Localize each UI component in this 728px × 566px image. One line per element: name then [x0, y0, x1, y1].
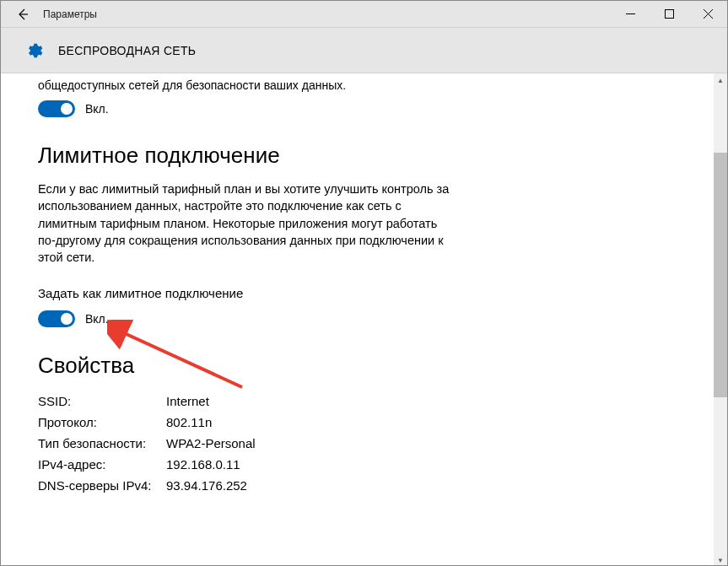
prop-label: DNS-серверы IPv4: [38, 478, 166, 493]
arrow-left-icon [16, 8, 30, 21]
maximize-button[interactable] [650, 1, 688, 27]
minimize-icon [626, 9, 635, 19]
table-row: IPv4-адрес: 192.168.0.11 [38, 454, 456, 475]
gear-icon [24, 41, 43, 60]
partial-text: общедоступных сетей для безопасности ваш… [38, 78, 456, 92]
prop-label: Протокол: [38, 415, 166, 429]
prop-value: Internet [166, 394, 209, 408]
prop-label: Тип безопасности: [38, 436, 166, 450]
scroll-up-arrow[interactable]: ▲ [714, 73, 727, 87]
scrollbar-track[interactable]: ▲ ▼ [714, 73, 727, 566]
prop-value: WPA2-Personal [166, 436, 256, 450]
back-button[interactable] [6, 1, 40, 28]
section-heading-properties: Свойства [38, 353, 456, 379]
metered-description: Если у вас лимитный тарифный план и вы х… [38, 181, 456, 266]
prop-label: SSID: [38, 394, 166, 408]
section-heading-metered: Лимитное подключение [38, 143, 456, 169]
window-title: Параметры [43, 8, 97, 20]
toggle-row-public-network: Вкл. [38, 100, 456, 117]
prop-value: 802.11n [166, 415, 212, 429]
table-row: SSID: Internet [38, 391, 456, 412]
scroll-down-arrow[interactable]: ▼ [714, 553, 727, 566]
prop-label: IPv4-адрес: [38, 457, 166, 472]
metered-sub-label: Задать как лимитное подключение [38, 286, 456, 300]
svg-rect-0 [665, 10, 673, 19]
page-header: БЕСПРОВОДНАЯ СЕТЬ [1, 28, 727, 73]
toggle-label: Вкл. [85, 312, 109, 326]
scrollbar-thumb[interactable] [714, 153, 727, 397]
maximize-icon [665, 9, 674, 19]
window-controls [611, 1, 727, 27]
toggle-public-network[interactable] [38, 100, 75, 117]
toggle-metered[interactable] [38, 310, 75, 327]
table-row: Тип безопасности: WPA2-Personal [38, 433, 456, 454]
minimize-button[interactable] [611, 1, 650, 27]
table-row: DNS-серверы IPv4: 93.94.176.252 [38, 475, 456, 496]
close-icon [704, 9, 713, 19]
toggle-row-metered: Вкл. [38, 310, 456, 327]
page-title: БЕСПРОВОДНАЯ СЕТЬ [58, 44, 196, 57]
titlebar: Параметры [1, 1, 727, 28]
close-button[interactable] [688, 1, 727, 27]
content-area: общедоступных сетей для безопасности ваш… [1, 73, 473, 504]
prop-value: 192.168.0.11 [166, 457, 240, 472]
properties-table: SSID: Internet Протокол: 802.11n Тип без… [38, 391, 456, 496]
toggle-label: Вкл. [85, 102, 109, 116]
table-row: Протокол: 802.11n [38, 412, 456, 433]
prop-value: 93.94.176.252 [166, 478, 247, 493]
